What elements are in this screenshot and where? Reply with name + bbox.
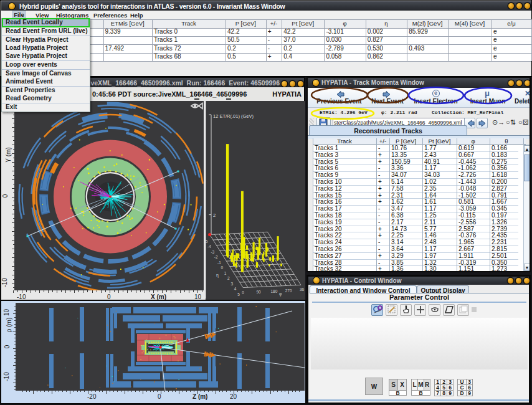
svg-text:12 ET/R(.01) (GeV): 12 ET/R(.01) (GeV) <box>213 113 254 119</box>
svg-text:1: 1 <box>224 271 227 275</box>
svg-text:3: 3 <box>231 282 234 286</box>
svg-text:φ: φ <box>279 292 282 297</box>
svg-text:-3: -3 <box>211 250 214 254</box>
svg-text:4: 4 <box>234 287 237 291</box>
svg-text:180: 180 <box>271 289 278 293</box>
svg-text:0: 0 <box>221 265 223 270</box>
svg-text:2: 2 <box>227 276 230 280</box>
svg-text:36: 36 <box>300 287 305 292</box>
svg-text:η: η <box>216 273 219 278</box>
svg-text:-1: -1 <box>217 260 221 265</box>
svg-text:-4: -4 <box>207 244 211 249</box>
svg-text:90: 90 <box>256 290 261 294</box>
svg-text:2: 2 <box>213 212 216 218</box>
svg-text:5: 5 <box>237 292 240 297</box>
svg-text:270: 270 <box>285 288 292 293</box>
svg-text:-5: -5 <box>206 239 208 244</box>
svg-text:0: 0 <box>242 290 244 295</box>
svg-text:-2: -2 <box>214 255 218 259</box>
